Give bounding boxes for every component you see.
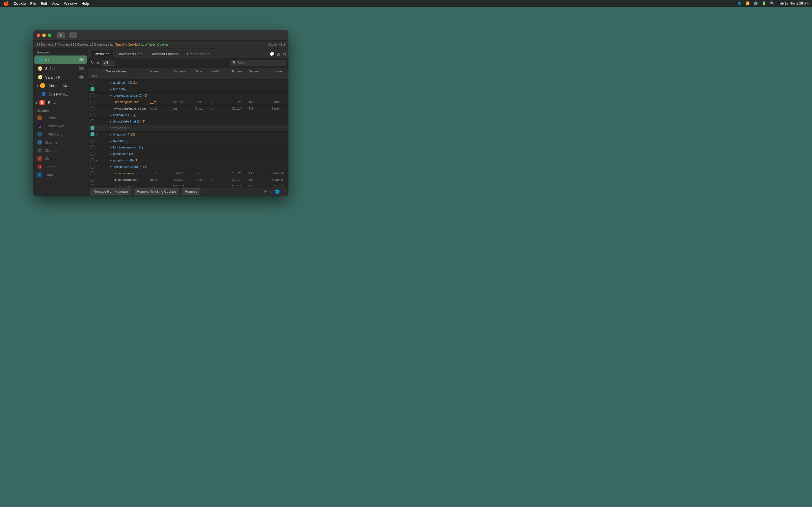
row-checkbox[interactable] [91,80,94,84]
sidebar-item-vivaldi[interactable]: V Vivaldi [35,155,87,163]
table-row[interactable]: • ▶ google.com (6) (1) [88,158,289,164]
th-path[interactable]: Path [211,69,231,74]
table-row[interactable]: ▶ dw.com (3) [88,138,289,145]
row-checkbox[interactable] [91,132,94,136]
row-checkbox[interactable] [91,100,94,104]
row-domain[interactable]: ▶ dw.com (3) [105,139,149,143]
row-cookie-domain[interactable]: .indiehackers.com [105,178,149,182]
row-checkbox[interactable] [91,165,94,169]
apple-menu[interactable]: 🍎 [3,1,9,6]
sidebar-item-all[interactable]: 🌐 All 5 [35,55,87,64]
sidebar-item-safari-tp[interactable]: 🧭 Safari TP 1 [35,73,87,81]
tab-timer-options[interactable]: Timer Options [183,50,213,58]
table-container[interactable]: ☆ Website/Name ↑ Name Contents Type Path… [88,68,289,186]
close-button[interactable] [37,34,40,37]
table-row[interactable]: devgypsy.com [88,125,289,131]
menu-view[interactable]: View [52,1,59,6]
row-domain[interactable]: ▶ daringfireball.net (1) (1) [105,119,149,123]
row-checkbox[interactable] [91,107,94,110]
table-row[interactable]: • ▼ indiehackers.com (5) (2) [88,164,289,170]
table-row[interactable]: ▶ bbc.com (9) [88,86,289,93]
play-button[interactable]: ▶ [57,33,65,38]
settings-icon[interactable]: ✳ [264,189,267,194]
tab-unwanted-data[interactable]: Unwanted Data [113,50,147,58]
menu-file[interactable]: File [30,1,36,6]
menu-help[interactable]: Help [82,1,89,6]
row-domain[interactable]: ▼ indiehackers.com (5) (2) [105,165,149,169]
row-domain[interactable]: ▶ coincap.io (1) (1) [105,113,149,117]
row-checkbox[interactable] [91,139,94,143]
row-checkbox[interactable] [91,158,94,162]
gear-icon[interactable]: ⚙ [283,52,286,56]
sidebar-item-opera[interactable]: O Opera [35,163,87,171]
sidebar-item-brave[interactable]: ▶ B Brave [35,99,87,107]
sidebar-item-chromium[interactable]: C Chromium [35,147,87,154]
table-row[interactable]: .indiehackers.com ampl... eyJkZ... Coo..… [88,177,289,183]
remove-tracking-cookies-button[interactable]: Remove Tracking Cookies [134,188,179,194]
row-domain[interactable]: ▶ fontawesome.com (1) [105,145,149,149]
export-icon[interactable]: ⎋ [270,189,272,194]
row-checkbox[interactable] [91,145,94,149]
row-domain[interactable]: ▶ digg.com (4) (2) [105,132,149,136]
pause-button[interactable]: ⏸ [69,33,77,38]
table-row[interactable]: .breakingasia.com __cf... d421cc... Coo.… [88,99,289,106]
sidebar-item-chrome-canary[interactable]: ▼ Chrome Ca... [35,82,87,90]
remove-non-favorites-button[interactable]: Remove Non-Favorites [91,188,132,194]
row-domain[interactable]: ▶ github.com (2) [105,152,149,156]
minimize-button[interactable] [42,34,46,37]
sidebar-item-firefox-de[interactable]: 🔵 Firefox DE [35,130,87,138]
th-name[interactable]: Name [149,69,172,74]
favorite-icon[interactable]: ♡ [283,189,286,194]
sidebar-item-edge[interactable]: e Edge [35,171,87,179]
row-domain[interactable]: ▶ google.com (6) (1) [105,158,149,162]
row-cookie-name[interactable]: www.breakingasia.com [105,107,149,110]
message-icon[interactable]: 💬 [270,52,274,56]
show-select[interactable]: All [102,60,115,66]
table-row[interactable]: • ▶ apple.com (3) (2) [88,80,289,86]
th-type[interactable]: Type [194,69,211,74]
table-row[interactable]: www.breakingasia.com cook... yes Coo... … [88,106,289,112]
row-cookie-domain[interactable]: .indiehackers.com [105,184,149,186]
table-row[interactable]: ▶ fontawesome.com (1) [88,145,289,151]
row-checkbox[interactable] [91,126,94,130]
sidebar-item-safari[interactable]: 🧭 Safari 4 [35,64,87,73]
row-checkbox[interactable] [91,178,94,182]
sidebar-item-chrome[interactable]: G Chrome [35,138,87,146]
row-domain[interactable]: ▶ apple.com (3) (2) [105,80,149,84]
remove-button[interactable]: Remove [182,188,200,194]
table-row[interactable]: • ▼ breakingasia.com (2) (1) [88,93,289,99]
row-cookie-name[interactable]: .breakingasia.com [105,100,149,104]
tab-websites[interactable]: Websites [91,50,113,58]
globe-icon[interactable]: 🌐 [275,189,280,194]
th-secure[interactable]: Secure [248,69,270,74]
row-checkbox[interactable] [91,184,94,186]
maximize-button[interactable] [48,34,51,37]
th-website-name[interactable]: Website/Name ↑ [105,69,149,74]
menu-window[interactable]: Window [64,1,77,6]
sidebar-item-firefox[interactable]: 🦊 Firefox [35,114,87,122]
table-row[interactable]: • ▶ digg.com (4) (2) [88,131,289,138]
row-cookie-domain[interactable]: .indiehackers.com [105,171,149,175]
th-browser[interactable]: Browser [270,69,287,74]
table-row[interactable]: .indiehackers.com _ga GA1.2.4... Coo... … [88,183,289,186]
th-expires[interactable]: Expires [231,69,248,74]
grid-icon[interactable]: ⊞ [277,52,280,56]
row-checkbox[interactable] [91,119,94,123]
table-row[interactable]: ▶ github.com (2) [88,151,289,158]
menu-edit[interactable]: Edit [41,1,47,6]
table-row[interactable]: • ▶ coincap.io (1) (1) [88,112,289,119]
row-domain[interactable]: devgypsy.com [105,126,149,130]
tab-removal-options[interactable]: Removal Options [147,50,183,58]
row-checkbox[interactable] [91,152,94,156]
menu-cookie[interactable]: Cookie [13,1,26,6]
table-row[interactable]: .indiehackers.com __cf... d6dd89... Coo.… [88,170,289,177]
search-input[interactable] [238,61,284,65]
th-contents[interactable]: Contents [172,69,194,74]
sidebar-item-guest-profile[interactable]: 👤 Guest Pro... [35,90,87,98]
th-user[interactable]: User [89,74,95,78]
row-checkbox[interactable] [91,171,94,175]
row-domain[interactable]: ▼ breakingasia.com (2) (1) [105,94,149,98]
row-domain[interactable]: ▶ bbc.com (9) [105,87,149,91]
row-checkbox[interactable] [91,113,94,117]
row-checkbox[interactable] [91,94,94,98]
